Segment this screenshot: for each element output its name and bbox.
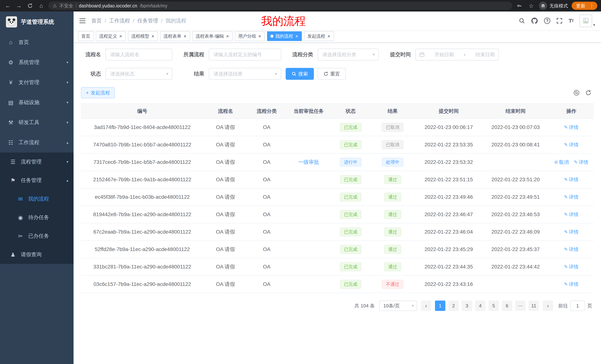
detail-action[interactable]: ✎详情 [564, 229, 579, 235]
key-icon[interactable] [515, 2, 523, 10]
sidebar-item-todo-tasks[interactable]: ◉ 待办任务 [0, 208, 74, 227]
forward-icon[interactable]: → [15, 2, 23, 10]
detail-action[interactable]: ✎详情 [564, 142, 579, 148]
breadcrumb-item[interactable]: 工作流程 [109, 17, 130, 24]
github-icon[interactable] [531, 17, 538, 24]
start-date-placeholder[interactable]: 开始日期 [435, 51, 454, 58]
tab-close-icon[interactable]: × [327, 34, 331, 38]
cell-category: OA [247, 136, 286, 153]
tab-close-icon[interactable]: × [119, 34, 122, 38]
refresh-icon[interactable] [585, 90, 591, 96]
process-name-input[interactable] [105, 49, 172, 60]
hamburger-icon[interactable] [74, 11, 91, 30]
goto-page-input[interactable] [570, 301, 585, 311]
tab-流程表单-编辑[interactable]: 流程表单-编辑 × [192, 31, 233, 41]
tab-首页[interactable]: 首页 [78, 31, 94, 41]
pager-prev-button[interactable]: ‹ [421, 301, 431, 311]
fullscreen-icon[interactable] [556, 18, 562, 24]
tab-close-icon[interactable]: × [226, 34, 229, 38]
user-menu[interactable]: ▾ [580, 14, 595, 27]
detail-action[interactable]: ✎详情 [564, 176, 579, 183]
toggle-search-icon[interactable] [573, 90, 580, 96]
sidebar-item-leave-query[interactable]: ♟ 请假查询 [0, 245, 74, 264]
sidebar-item-process-management[interactable]: ☰ 流程管理 ▾ [0, 153, 74, 171]
search-button[interactable]: 搜索 [286, 68, 314, 80]
tab-流程定义[interactable]: 流程定义 × [96, 31, 126, 41]
process-definition-input[interactable] [209, 49, 281, 60]
sidebar-item-infrastructure[interactable]: ▤ 基础设施 ▾ [0, 92, 74, 112]
plus-icon: + [86, 90, 89, 96]
cell-submit-time: 2022-01-22 23:53:35 [415, 136, 482, 153]
detail-action[interactable]: ✎详情 [564, 194, 579, 200]
tab-发起流程[interactable]: 发起流程 × [304, 31, 334, 41]
cell-current-task [286, 258, 331, 276]
table-body: 3ad174fb-7b9d-11ec-8404-acde48001122 OA … [81, 119, 594, 293]
pager-page-6[interactable]: 6 [502, 301, 512, 311]
breadcrumb-item[interactable]: 首页 [91, 17, 102, 24]
home-icon[interactable]: ⌂ [37, 2, 45, 10]
pager-more-button[interactable]: ⋯ [515, 301, 526, 311]
navbar: 首页/工作流程/任务管理/我的流程 我的流程 ? TT [74, 11, 601, 30]
cell-status: 已完成 [331, 223, 370, 241]
tab-close-icon[interactable]: × [295, 34, 299, 38]
bookmark-star-icon[interactable]: ☆ [527, 2, 535, 10]
sidebar-item-my-process[interactable]: ✉ 我的流程 [0, 190, 74, 208]
detail-action[interactable]: ✎详情 [564, 281, 579, 287]
tab-close-icon[interactable]: × [151, 34, 155, 38]
pager-page-1[interactable]: 1 [435, 301, 445, 311]
sidebar-item-home[interactable]: ⌂ 首页 [0, 32, 74, 52]
col-name: 流程名 [204, 104, 247, 119]
detail-action[interactable]: ✎详情 [564, 246, 579, 253]
category-select[interactable]: 请选择流程分类 ▾ [318, 49, 379, 60]
sidebar-item-task-management[interactable]: ⚑ 任务管理 ▴ [0, 171, 74, 190]
cancel-action[interactable]: ⊘取消 [554, 159, 569, 165]
reset-button[interactable]: 重置 [318, 68, 346, 80]
update-button[interactable]: 更新 ⋮ [572, 2, 597, 10]
cell-actions: ✎详情 [549, 276, 594, 293]
help-icon[interactable]: ? [544, 18, 550, 24]
sidebar-item-system-management[interactable]: ⚙ 系统管理 ▾ [0, 52, 74, 72]
detail-action[interactable]: ✎详情 [564, 211, 579, 218]
cell-end-time: 2022-01-22 23:44:42 [482, 258, 549, 276]
back-icon[interactable]: ← [4, 2, 12, 10]
current-task-link[interactable]: 一级审批 [298, 159, 319, 165]
tab-label: 流程表单 [163, 33, 181, 39]
status-tag: 通过 [384, 210, 401, 219]
font-size-icon[interactable]: TT [569, 18, 573, 24]
pager-page-2[interactable]: 2 [448, 301, 459, 311]
pager-page-11[interactable]: 11 [529, 301, 539, 311]
search-icon[interactable] [519, 18, 525, 24]
sidebar-item-workflow[interactable]: ☷ 工作流程 ▴ [0, 133, 74, 153]
tab-流程模型[interactable]: 流程模型 × [128, 31, 158, 41]
sidebar-item-done-tasks[interactable]: ✂ 已办任务 [0, 227, 74, 245]
page-size-select[interactable]: 10条/页 ▾ [379, 301, 417, 311]
tab-用户分组[interactable]: 用户分组 × [235, 31, 265, 41]
cell-id: 7470a810-7b9b-11ec-b5b7-acde48001122 [81, 136, 204, 153]
pager-page-4[interactable]: 4 [475, 301, 485, 311]
tab-close-icon[interactable]: × [258, 34, 261, 38]
address-bar[interactable]: ⚠ 不安全 dashboard.yudao.iocoder.cn/bpm/tas… [48, 2, 512, 10]
detail-action[interactable]: ✎详情 [564, 124, 579, 131]
pager-page-3[interactable]: 3 [462, 301, 472, 311]
sidebar-item-dev-tools[interactable]: ⚒ 研发工具 ▾ [0, 112, 74, 133]
pager-page-5[interactable]: 5 [489, 301, 499, 311]
status-tag: 已完成 [340, 123, 361, 132]
cell-name: OA 请假 [204, 241, 247, 258]
tab-我的流程[interactable]: 我的流程 × [267, 31, 302, 41]
date-range-picker[interactable]: 开始日期 - 结束日期 [415, 49, 499, 60]
detail-action[interactable]: ✎详情 [574, 159, 588, 165]
tab-close-icon[interactable]: × [183, 34, 187, 38]
reload-icon[interactable] [26, 2, 34, 10]
browser-menu-icon[interactable]: ⋮ [588, 3, 596, 9]
pager-next-button[interactable]: › [543, 301, 553, 311]
breadcrumb-item[interactable]: 任务管理 [137, 17, 158, 24]
detail-action[interactable]: ✎详情 [564, 264, 579, 270]
tab-流程表单[interactable]: 流程表单 × [160, 31, 190, 41]
sidebar-logo[interactable]: 芋道管理系统 [0, 11, 74, 32]
sidebar-item-payment-management[interactable]: ¥ 支付管理 ▾ [0, 72, 74, 92]
start-process-button[interactable]: + 发起流程 [81, 87, 115, 98]
end-date-placeholder[interactable]: 结束日期 [475, 51, 495, 58]
status-select[interactable]: 请选择状态 ▾ [105, 68, 172, 80]
cell-submit-time: 2022-01-22 23:43:16 [415, 276, 482, 293]
result-select[interactable]: 请选择流结果 ▾ [209, 68, 281, 80]
